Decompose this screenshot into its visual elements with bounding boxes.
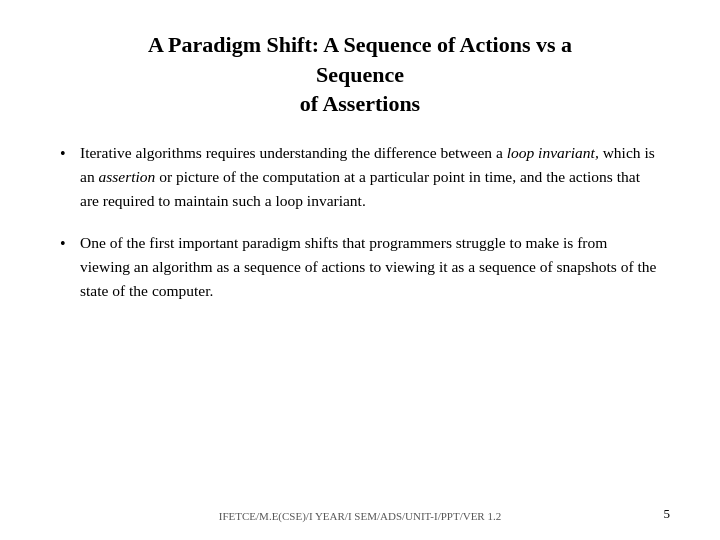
title-line-2: Sequence [50,60,670,90]
italic-assertion: assertion [99,168,156,185]
bullet-item-2: • One of the first important paradigm sh… [60,231,660,303]
content-area: • Iterative algorithms requires understa… [50,141,670,303]
slide-title: A Paradigm Shift: A Sequence of Actions … [50,30,670,119]
bullet-dot-2: • [60,232,80,257]
slide: A Paradigm Shift: A Sequence of Actions … [0,0,720,540]
title-line-1: A Paradigm Shift: A Sequence of Actions … [50,30,670,60]
slide-footer: IFETCE/M.E(CSE)/I YEAR/I SEM/ADS/UNIT-I/… [0,510,720,522]
page-number: 5 [664,506,671,522]
bullet-text-2: One of the first important paradigm shif… [80,231,660,303]
bullet-item-1: • Iterative algorithms requires understa… [60,141,660,213]
footer-label: IFETCE/M.E(CSE)/I YEAR/I SEM/ADS/UNIT-I/… [50,510,670,522]
italic-loop-invariant: loop invariant, [507,144,599,161]
title-line-3: of Assertions [50,89,670,119]
bullet-dot-1: • [60,142,80,167]
bullet-text-1: Iterative algorithms requires understand… [80,141,660,213]
